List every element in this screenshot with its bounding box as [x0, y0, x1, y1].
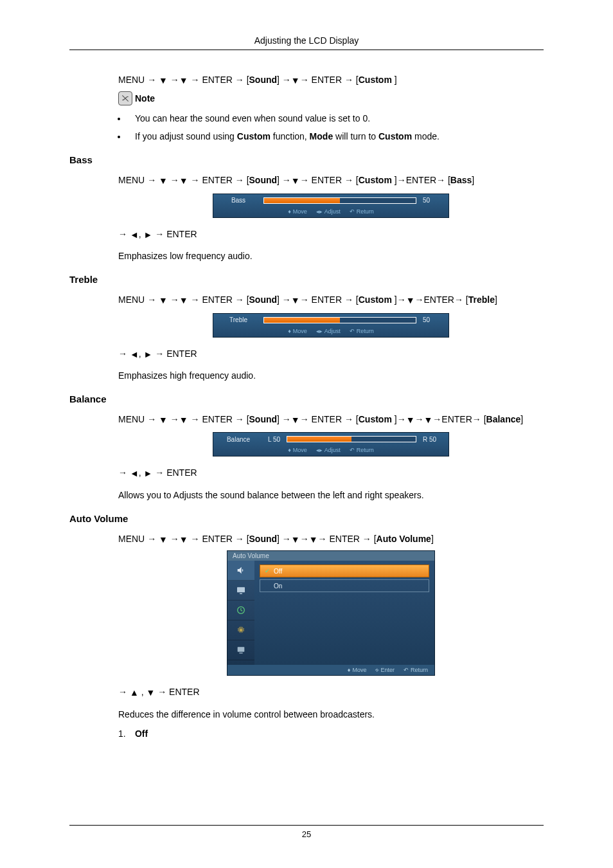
intro-menu-path: MENU → ▼ →▼ → ENTER → [Sound] →▼→ ENTER … [118, 73, 544, 87]
osd-slider-fill [264, 198, 340, 203]
hint-return: ↶ Return [350, 447, 374, 453]
osd-slider-fill [264, 318, 340, 323]
autovol-path2: → ▲ , ▼ → ENTER [118, 685, 544, 700]
osd-slider-track [263, 197, 416, 204]
autovol-menu-path: MENU → ▼ →▼ → ENTER → [Sound] →▼→▼→ ENTE… [118, 532, 544, 547]
osd-option-list: ✔ Off On [254, 561, 434, 665]
list-number: 1. [118, 728, 132, 739]
hint-return: ↶ Return [350, 208, 374, 215]
osd-balance: Balance L 50 R 50 ♦ Move ◂▸ Adjust ↶ Ret… [213, 432, 449, 457]
sidebar-clock-icon [227, 601, 254, 620]
osd-slider-track [263, 317, 416, 323]
osd-value: R 50 [423, 436, 442, 443]
list-item-off: 1. Off [118, 728, 544, 739]
header-title: Adjusting the LCD Display [69, 35, 544, 46]
heading-auto-volume: Auto Volume [69, 513, 544, 524]
hint-move: ♦ Move [288, 328, 307, 334]
treble-path2: → ◄, ► → ENTER [118, 347, 544, 361]
treble-menu-path: MENU → ▼ →▼ → ENTER → [Sound] →▼→ ENTER … [118, 293, 544, 307]
balance-desc: Allows you to Adjusts the sound balance … [118, 490, 544, 500]
svg-rect-1 [240, 593, 242, 594]
header-rule [69, 50, 544, 50]
note-bullet: You can hear the sound even when sound v… [127, 113, 544, 123]
note-block: Note [118, 91, 544, 105]
svg-rect-5 [239, 653, 242, 653]
osd-menu-title: Auto Volume [227, 551, 434, 561]
osd-hint-row: ♦ Move ◂▸ Adjust ↶ Return [213, 446, 449, 456]
osd-hint-row: ♦ Move ◂▸ Adjust ↶ Return [213, 207, 449, 217]
bass-desc: Emphasizes low frequency audio. [118, 251, 544, 261]
hint-adjust: ◂▸ Adjust [316, 328, 341, 334]
hint-move: ♦ Move [348, 667, 367, 673]
footer-rule [69, 825, 544, 826]
sidebar-gear-icon [227, 620, 254, 640]
note-bullet: If you adjust sound using Custom functio… [127, 131, 544, 141]
hint-enter: ⎆ Enter [375, 667, 395, 673]
hint-return: ↶ Return [350, 328, 374, 334]
svg-rect-4 [238, 647, 245, 651]
note-bullet-list: You can hear the sound even when sound v… [118, 113, 544, 141]
osd-value: 50 [423, 316, 442, 323]
hint-adjust: ◂▸ Adjust [316, 447, 341, 453]
list-label: Off [135, 728, 148, 739]
bass-path2: → ◄, ► → ENTER [118, 227, 544, 242]
page-number: 25 [69, 829, 544, 839]
check-icon: ✔ [264, 568, 270, 574]
check-placeholder [264, 583, 270, 589]
page-header: Adjusting the LCD Display [69, 35, 544, 50]
treble-desc: Emphasizes high frequency audio. [118, 370, 544, 381]
osd-pre: L 50 [263, 436, 280, 443]
hint-adjust: ◂▸ Adjust [316, 208, 341, 215]
osd-slider-fill [287, 437, 351, 442]
osd-bass: Bass 50 ♦ Move ◂▸ Adjust ↶ Return [213, 194, 449, 218]
osd-option-on: On [260, 579, 429, 592]
balance-menu-path: MENU → ▼ →▼ → ENTER → [Sound] →▼→ ENTER … [118, 412, 544, 427]
osd-footer: ♦ Move ⎆ Enter ↶ Return [227, 665, 434, 675]
osd-sidebar [227, 561, 254, 665]
page-footer: 25 [69, 825, 544, 839]
sidebar-picture-icon [227, 581, 254, 601]
autovol-desc: Reduces the difference in volume control… [118, 709, 544, 719]
bass-menu-path: MENU → ▼ →▼ → ENTER → [Sound] →▼→ ENTER … [118, 173, 544, 188]
osd-auto-volume: Auto Volume [227, 550, 435, 676]
sidebar-sound-icon [227, 561, 254, 581]
hint-move: ♦ Move [288, 208, 307, 215]
osd-slider-track [287, 436, 416, 442]
osd-label: Balance [220, 436, 257, 443]
osd-label: Bass [220, 197, 257, 204]
osd-option-off: ✔ Off [260, 565, 429, 577]
osd-treble: Treble 50 ♦ Move ◂▸ Adjust ↶ Return [213, 313, 449, 338]
note-label: Note [135, 93, 155, 104]
hint-return: ↶ Return [404, 667, 428, 673]
sidebar-screen-icon [227, 640, 254, 660]
note-icon [118, 91, 132, 105]
osd-value: 50 [423, 197, 442, 204]
svg-rect-0 [237, 587, 245, 592]
hint-move: ♦ Move [288, 447, 307, 453]
balance-path2: → ◄, ► → ENTER [118, 466, 544, 480]
heading-balance: Balance [69, 393, 544, 404]
heading-bass: Bass [69, 154, 544, 165]
heading-treble: Treble [69, 274, 544, 285]
osd-hint-row: ♦ Move ◂▸ Adjust ↶ Return [213, 327, 449, 337]
osd-label: Treble [220, 316, 257, 323]
